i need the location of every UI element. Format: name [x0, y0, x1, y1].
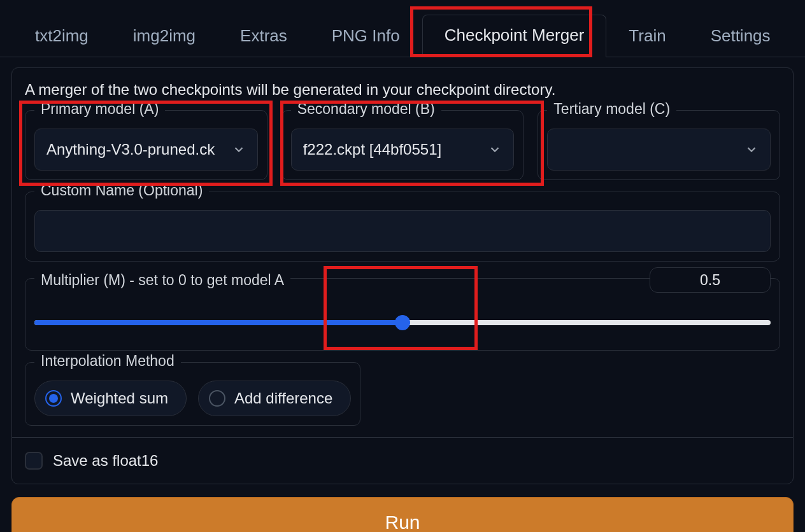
secondary-model-select[interactable]: f222.ckpt [44bf0551]: [291, 129, 515, 171]
main-tabs: txt2img img2img Extras PNG Info Checkpoi…: [0, 0, 805, 57]
panel-description: A merger of the two checkpoints will be …: [25, 81, 780, 99]
save-float16-row: Save as float16: [25, 438, 780, 484]
multiplier-value-input[interactable]: [650, 267, 771, 293]
tab-pnginfo[interactable]: PNG Info: [310, 15, 422, 57]
multiplier-slider[interactable]: [34, 314, 771, 331]
save-float16-checkbox[interactable]: [25, 452, 43, 470]
tab-img2img[interactable]: img2img: [111, 15, 218, 57]
custom-name-label: Custom Name (Optional): [34, 182, 209, 199]
chevron-down-icon: [744, 143, 759, 157]
secondary-model-label: Secondary model (B): [291, 101, 441, 118]
tertiary-model-select[interactable]: [547, 129, 771, 171]
primary-model-select[interactable]: Anything-V3.0-pruned.ck: [34, 129, 258, 171]
primary-model-value: Anything-V3.0-pruned.ck: [46, 141, 215, 158]
tab-txt2img[interactable]: txt2img: [13, 15, 111, 57]
secondary-model-fieldset: Secondary model (B) f222.ckpt [44bf0551]: [281, 110, 524, 180]
chevron-down-icon: [232, 143, 246, 157]
checkpoint-merger-panel: A merger of the two checkpoints will be …: [11, 67, 794, 484]
interpolation-label: Interpolation Method: [34, 353, 181, 370]
interpolation-fieldset: Interpolation Method Weighted sum Add di…: [25, 362, 360, 426]
radio-dot-icon: [209, 390, 225, 407]
custom-name-input[interactable]: [34, 210, 771, 252]
slider-thumb[interactable]: [395, 315, 410, 330]
radio-weighted-sum-label: Weighted sum: [71, 389, 168, 407]
run-button[interactable]: Run: [11, 497, 794, 532]
secondary-model-value: f222.ckpt [44bf0551]: [303, 141, 442, 158]
tab-settings[interactable]: Settings: [688, 15, 793, 57]
tab-extras[interactable]: Extras: [218, 15, 310, 57]
radio-add-difference-label: Add difference: [234, 389, 332, 407]
tab-checkpoint-merger[interactable]: Checkpoint Merger: [422, 15, 607, 57]
custom-name-fieldset: Custom Name (Optional): [25, 192, 780, 262]
radio-dot-icon: [45, 390, 62, 407]
radio-weighted-sum[interactable]: Weighted sum: [34, 381, 187, 416]
primary-model-label: Primary model (A): [34, 101, 165, 118]
primary-model-fieldset: Primary model (A) Anything-V3.0-pruned.c…: [25, 110, 267, 180]
slider-fill: [34, 320, 402, 325]
tab-train[interactable]: Train: [606, 15, 688, 57]
multiplier-fieldset: Multiplier (M) - set to 0 to get model A: [25, 278, 780, 351]
model-select-row: Primary model (A) Anything-V3.0-pruned.c…: [25, 110, 780, 180]
radio-add-difference[interactable]: Add difference: [198, 381, 351, 416]
multiplier-label: Multiplier (M) - set to 0 to get model A: [34, 272, 290, 289]
tertiary-model-fieldset: Tertiary model (C): [538, 110, 780, 180]
tertiary-model-label: Tertiary model (C): [547, 101, 676, 118]
save-float16-label: Save as float16: [53, 452, 158, 470]
chevron-down-icon: [488, 143, 502, 157]
